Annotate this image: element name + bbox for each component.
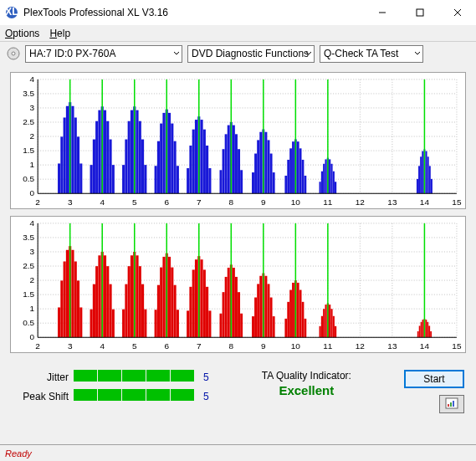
svg-rect-141 (427, 156, 429, 193)
svg-text:6: 6 (164, 341, 169, 351)
svg-text:8: 8 (229, 197, 234, 207)
svg-text:15: 15 (452, 341, 462, 351)
minimize-button[interactable] (363, 0, 401, 25)
close-button[interactable] (438, 0, 476, 25)
svg-text:9: 9 (261, 341, 266, 351)
maximize-button[interactable] (401, 0, 438, 25)
svg-rect-125 (305, 176, 307, 193)
svg-text:4: 4 (30, 218, 35, 228)
svg-text:3: 3 (30, 247, 35, 256)
svg-rect-119 (289, 148, 292, 193)
svg-rect-65 (95, 121, 98, 193)
svg-rect-271 (299, 290, 302, 338)
svg-rect-282 (335, 326, 336, 337)
svg-rect-83 (160, 124, 162, 194)
svg-text:1.5: 1.5 (23, 289, 34, 299)
svg-rect-217 (106, 266, 109, 337)
svg-rect-204 (64, 261, 66, 337)
svg-text:1: 1 (30, 304, 35, 313)
svg-rect-307 (453, 401, 454, 407)
svg-rect-280 (330, 309, 332, 337)
svg-rect-257 (254, 298, 257, 338)
svg-rect-57 (66, 106, 69, 193)
quality-value: Excellent (219, 383, 394, 397)
svg-rect-81 (155, 166, 157, 193)
svg-rect-240 (192, 269, 195, 337)
svg-rect-120 (292, 141, 294, 193)
svg-rect-234 (168, 257, 171, 337)
svg-rect-229 (155, 310, 157, 337)
bottom-panel: Jitter 5 Peak Shift 5 TA Quality Indicat… (0, 363, 476, 420)
svg-rect-137 (420, 156, 422, 193)
svg-rect-59 (71, 106, 74, 193)
svg-text:15: 15 (452, 197, 462, 207)
svg-rect-56 (64, 117, 66, 193)
svg-rect-140 (426, 151, 427, 194)
svg-rect-54 (58, 163, 60, 193)
svg-point-7 (12, 52, 15, 55)
svg-rect-92 (192, 130, 195, 194)
svg-rect-78 (139, 121, 141, 193)
svg-rect-104 (233, 125, 235, 194)
function-select[interactable]: DVD Diagnostic Functions (187, 45, 315, 63)
svg-rect-241 (195, 259, 197, 337)
svg-rect-116 (273, 172, 275, 193)
svg-rect-129 (325, 159, 326, 193)
device-select[interactable]: HA:7 ID:0 PX-760A (25, 45, 182, 63)
menu-options[interactable]: Options (5, 28, 39, 39)
svg-text:0: 0 (30, 188, 35, 197)
svg-text:1.5: 1.5 (23, 146, 34, 155)
svg-rect-245 (206, 287, 208, 337)
chart-bottom: 00.511.522.533.5423456789101112131415 (10, 216, 466, 353)
test-select[interactable]: Q-Check TA Test (320, 45, 423, 63)
svg-rect-74 (128, 121, 131, 193)
svg-rect-202 (58, 307, 60, 337)
metrics: Jitter 5 Peak Shift 5 (12, 370, 209, 403)
svg-rect-136 (418, 166, 420, 193)
svg-text:4: 4 (30, 74, 35, 84)
svg-rect-279 (329, 305, 330, 337)
svg-rect-109 (254, 154, 257, 194)
svg-rect-134 (335, 182, 336, 193)
svg-rect-107 (240, 170, 243, 193)
save-chart-button[interactable] (439, 395, 464, 413)
svg-rect-209 (77, 280, 79, 337)
svg-rect-277 (325, 305, 326, 337)
svg-rect-100 (223, 149, 225, 193)
start-button-label: Start (423, 373, 444, 385)
svg-rect-223 (131, 255, 133, 337)
svg-rect-105 (235, 134, 238, 193)
svg-rect-267 (289, 290, 292, 338)
svg-text:10: 10 (291, 197, 301, 207)
svg-rect-211 (90, 310, 93, 338)
svg-rect-101 (225, 134, 228, 193)
svg-rect-84 (162, 113, 165, 193)
chart-area: 00.511.522.533.5423456789101112131415 00… (0, 65, 476, 363)
svg-rect-86 (168, 113, 171, 193)
svg-rect-232 (162, 257, 165, 337)
svg-text:12: 12 (356, 197, 366, 207)
svg-rect-221 (125, 284, 127, 338)
svg-rect-214 (98, 255, 100, 337)
start-button[interactable]: Start (404, 370, 464, 388)
quality-indicator: TA Quality Indicator: Excellent (219, 370, 394, 397)
svg-rect-207 (71, 250, 74, 337)
svg-rect-285 (421, 322, 422, 337)
chevron-down-icon (305, 48, 312, 59)
menu-help[interactable]: Help (49, 28, 70, 39)
peakshift-row: Peak Shift 5 (12, 389, 209, 403)
svg-text:13: 13 (387, 197, 397, 207)
svg-rect-256 (252, 316, 254, 337)
svg-text:4: 4 (100, 197, 105, 207)
svg-rect-236 (174, 285, 177, 338)
svg-rect-291 (430, 331, 432, 337)
svg-text:3: 3 (68, 197, 73, 207)
svg-rect-231 (160, 268, 162, 338)
svg-text:7: 7 (197, 197, 202, 207)
svg-rect-90 (187, 168, 189, 193)
svg-rect-258 (257, 284, 259, 337)
svg-text:12: 12 (356, 341, 366, 351)
svg-rect-75 (131, 110, 133, 194)
svg-rect-55 (60, 136, 63, 193)
status-text: Ready (5, 448, 32, 458)
